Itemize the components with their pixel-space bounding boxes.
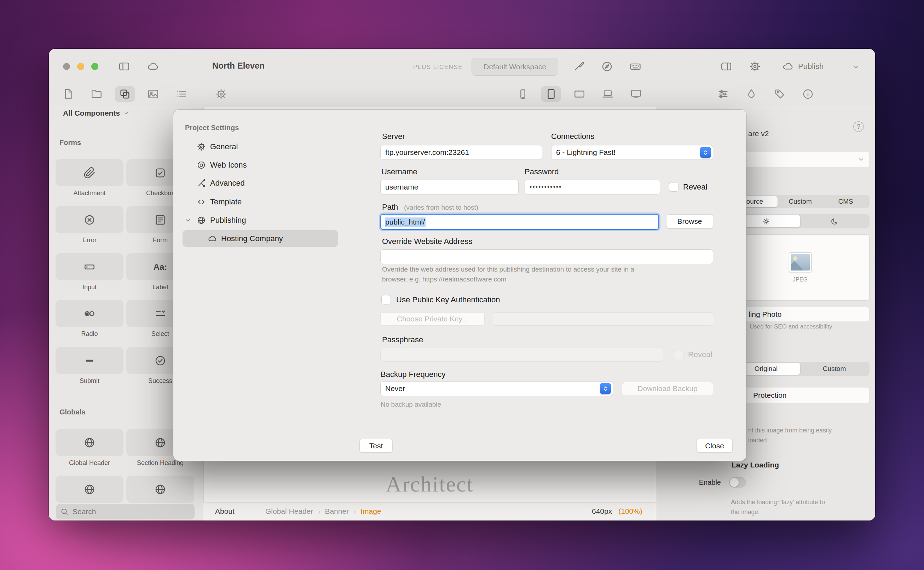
pages-tab-icon[interactable] (62, 88, 74, 100)
connections-select[interactable]: 6 - Lightning Fast! (551, 145, 713, 160)
canvas-heading: Architect (203, 472, 656, 497)
component-search-field[interactable] (56, 504, 195, 519)
component-card-attachment[interactable]: Attachment (55, 159, 123, 197)
publish-cloud-icon[interactable] (782, 61, 794, 72)
lazy-note-line2: the image. (731, 509, 760, 516)
protection-note-line1: nt this image from being easily (748, 427, 832, 434)
tag-icon[interactable] (774, 88, 786, 100)
assets-tab-icon[interactable] (147, 88, 159, 100)
nav-label: General (210, 142, 238, 151)
username-input[interactable]: username (380, 179, 519, 195)
tools-icon (197, 179, 206, 188)
enable-label: Enable (686, 478, 721, 487)
code-icon (197, 197, 206, 207)
minimize-window-button[interactable] (77, 63, 84, 70)
password-input[interactable]: ••••••••••• (525, 179, 660, 195)
component-card[interactable] (55, 476, 123, 503)
window-title: North Eleven (212, 61, 265, 71)
resources-tab-icon[interactable] (91, 88, 103, 100)
styles-droplet-icon[interactable] (745, 88, 757, 100)
component-card-label: Radio (55, 330, 123, 338)
image-filename-field[interactable]: ling Photo (731, 307, 870, 322)
toggle-sidebar-icon[interactable] (118, 60, 130, 72)
outline-tab-icon[interactable] (175, 88, 187, 100)
canvas-size-readout: 640px (100%) (592, 507, 642, 516)
help-button[interactable]: ? (853, 121, 864, 132)
server-input[interactable]: ftp.yourserver.com:23261 (380, 145, 542, 160)
path-input[interactable]: public_html/ (380, 214, 659, 230)
breadcrumb-item-banner[interactable]: Banner (325, 507, 349, 516)
breadcrumb-item-global-header[interactable]: Global Header (265, 507, 313, 516)
appearance-tabs (731, 214, 870, 228)
image-protection-row[interactable]: Protection (731, 387, 870, 403)
publish-chevron-down-icon[interactable] (851, 62, 860, 71)
component-card-error[interactable]: Error (55, 206, 123, 244)
public-key-auth-label: Use Public Key Authentication (396, 295, 500, 305)
private-key-path-input[interactable] (492, 312, 713, 326)
component-card-input[interactable]: Input (55, 253, 123, 291)
choose-private-key-button[interactable]: Choose Private Key... (380, 312, 485, 326)
preview-laptop-icon[interactable] (602, 88, 614, 100)
passphrase-input[interactable] (380, 348, 663, 362)
zoom-window-button[interactable] (91, 63, 98, 70)
backup-frequency-select[interactable]: Never (380, 381, 613, 396)
component-card-radio[interactable]: Radio (55, 300, 123, 338)
reveal-password-checkbox[interactable] (669, 182, 678, 192)
compass-icon[interactable] (601, 60, 613, 72)
globe-icon (83, 437, 95, 449)
canvas-zoom-readout[interactable]: (100%) (619, 507, 642, 516)
inspector-section-header[interactable] (731, 151, 870, 168)
preview-desktop-icon[interactable] (630, 88, 642, 100)
components-filter-dropdown[interactable]: All Components (63, 109, 129, 117)
input-icon (83, 261, 95, 273)
tab-custom[interactable]: Custom (778, 196, 823, 207)
component-card-label: Attachment (55, 190, 123, 197)
lazy-loading-toggle[interactable] (729, 477, 746, 487)
keyboard-icon[interactable] (629, 60, 642, 72)
component-card-global-header[interactable]: Global Header (55, 429, 123, 467)
image-format-label: JPEG (793, 276, 807, 283)
reveal-passphrase-checkbox[interactable] (674, 350, 683, 359)
sliders-icon[interactable] (717, 88, 729, 100)
override-address-input[interactable] (380, 249, 713, 264)
component-card-submit[interactable]: Submit (55, 347, 123, 385)
tab-size-custom[interactable]: Custom (800, 363, 869, 375)
publishing-disclosure-icon[interactable] (184, 216, 192, 224)
breadcrumb-item-image[interactable]: Image (361, 507, 381, 516)
public-key-auth-checkbox[interactable] (381, 295, 391, 305)
preview-tablet-landscape-icon[interactable] (573, 88, 585, 100)
search-input[interactable] (72, 507, 190, 516)
components-filter-label: All Components (63, 109, 120, 117)
settings-nav-web-icons[interactable]: Web Icons (197, 158, 247, 172)
close-button[interactable]: Close (697, 439, 733, 453)
browse-button[interactable]: Browse (666, 214, 713, 228)
cloud-sync-icon[interactable] (147, 60, 159, 72)
workspace-selector-button[interactable]: Default Workspace (471, 58, 558, 76)
preview-phone-icon[interactable] (517, 88, 529, 100)
test-button[interactable]: Test (359, 439, 393, 453)
settings-nav-general[interactable]: General (197, 139, 238, 154)
about-page-label[interactable]: About (215, 507, 235, 516)
component-card[interactable] (126, 476, 194, 503)
settings-nav-template[interactable]: Template (197, 195, 242, 209)
settings-nav-publishing[interactable]: Publishing (197, 213, 246, 227)
image-well[interactable]: JPEG (731, 234, 870, 300)
download-backup-button[interactable]: Download Backup (622, 382, 713, 395)
settings-gear-icon[interactable] (749, 60, 761, 72)
publish-button[interactable]: Publish (798, 62, 824, 71)
inspector-component-title: are v2 (748, 129, 769, 138)
settings-nav-advanced[interactable]: Advanced (197, 176, 245, 190)
preview-tablet-portrait-icon[interactable] (545, 88, 557, 100)
nav-label: Template (210, 197, 242, 207)
close-window-button[interactable] (63, 63, 70, 70)
settings-nav-hosting-company[interactable]: Hosting Company (183, 230, 338, 247)
tab-dark-mode[interactable] (800, 215, 869, 227)
radio-icon (83, 307, 96, 320)
page-settings-icon[interactable] (215, 88, 227, 100)
toggle-inspector-icon[interactable] (720, 60, 732, 72)
tab-cms[interactable]: CMS (823, 196, 869, 207)
components-tab-icon[interactable] (119, 88, 131, 100)
brush-icon[interactable] (573, 60, 585, 72)
info-icon[interactable] (802, 88, 814, 100)
no-backup-note: No backup available (381, 401, 441, 408)
